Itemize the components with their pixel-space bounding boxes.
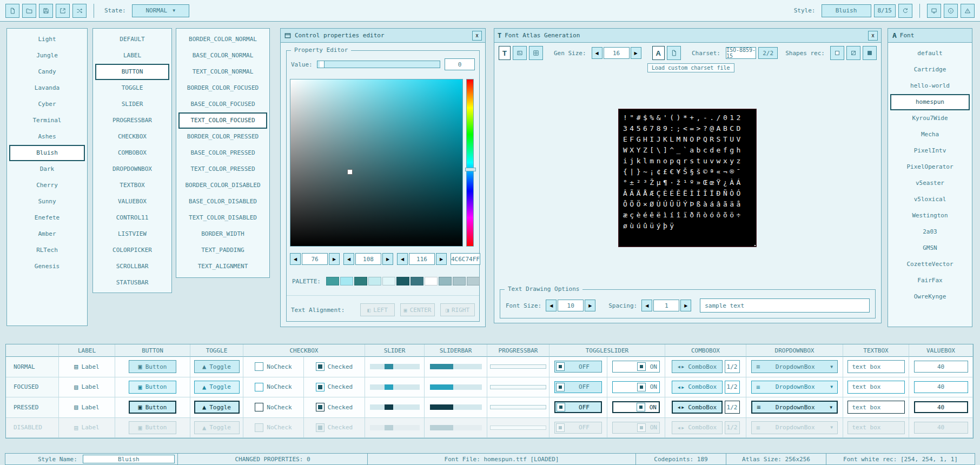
style-list-item[interactable]: Genesis bbox=[9, 258, 85, 275]
preview-dropdownbox[interactable]: ≡DropdownBox▼ bbox=[746, 397, 843, 418]
style-combobox[interactable]: Bluish bbox=[822, 4, 871, 17]
checkbox-box[interactable] bbox=[255, 403, 263, 411]
preview-checkbox-checked[interactable]: Checked bbox=[304, 397, 365, 418]
style-list-item[interactable]: Lavanda bbox=[9, 80, 85, 96]
toggle-knob[interactable] bbox=[557, 403, 565, 411]
font-list-item[interactable]: Cartridge bbox=[890, 62, 970, 78]
slider-handle[interactable] bbox=[385, 384, 393, 390]
font-list-item[interactable]: Kyrou7Wide bbox=[890, 110, 970, 127]
save-file-button[interactable] bbox=[39, 4, 53, 18]
palette-color-swatch[interactable] bbox=[340, 277, 353, 285]
dropdownbox-widget[interactable]: ≡DropdownBox▼ bbox=[751, 381, 838, 394]
slider-widget[interactable] bbox=[370, 364, 420, 369]
slider-handle[interactable] bbox=[385, 404, 393, 410]
open-file-button[interactable] bbox=[22, 4, 36, 18]
combobox-widget[interactable]: ◂▸ComboBox bbox=[672, 381, 723, 394]
checkbox-box[interactable] bbox=[255, 383, 263, 391]
font-white-rec-toggle[interactable]: A bbox=[652, 46, 665, 60]
font-size-value[interactable]: 10 bbox=[558, 300, 584, 311]
font-atlas-image[interactable]: !"#$%&'()*+,-./0123456789:;<=>?@ABCDEFGH… bbox=[618, 109, 757, 247]
spinner-increment-button[interactable]: ▶ bbox=[680, 300, 691, 311]
control-list-item[interactable]: CHECKBOX bbox=[95, 129, 169, 145]
control-list-item[interactable]: DROPDOWNBOX bbox=[95, 161, 169, 177]
control-list-item[interactable]: PROGRESSBAR bbox=[95, 112, 169, 129]
screen-mode-button[interactable] bbox=[927, 4, 941, 18]
palette-color-swatch[interactable] bbox=[368, 277, 381, 285]
color-picker-panel[interactable] bbox=[290, 79, 463, 247]
textbox-widget[interactable]: text box bbox=[847, 360, 905, 373]
state-dropdown[interactable]: NORMAL ▼ bbox=[132, 4, 189, 17]
gen-size-value[interactable]: 16 bbox=[604, 47, 630, 59]
palette-color-swatch[interactable] bbox=[382, 277, 395, 285]
preview-dropdownbox[interactable]: ≡DropdownBox▼ bbox=[746, 377, 843, 398]
preview-toggleslider-off[interactable]: OFF bbox=[549, 357, 607, 377]
preview-combobox[interactable]: ◂▸ComboBox1/2 bbox=[665, 377, 746, 398]
font-list-item[interactable]: Mecha bbox=[890, 127, 970, 143]
control-list-item[interactable]: TOGGLE bbox=[95, 80, 169, 96]
preview-combobox[interactable]: ◂▸ComboBox1/2 bbox=[665, 397, 746, 418]
property-list-item[interactable]: BORDER_COLOR_FOCUSED bbox=[178, 80, 267, 96]
palette-color-swatch[interactable] bbox=[439, 277, 452, 285]
control-list-item[interactable]: CONTROL11 bbox=[95, 210, 169, 226]
preview-valuebox[interactable]: 40 bbox=[909, 357, 973, 377]
preview-valuebox[interactable]: 40 bbox=[909, 397, 973, 418]
control-list-item[interactable]: DEFAULT bbox=[95, 31, 169, 48]
preview-checkbox-unchecked[interactable]: NoCheck bbox=[243, 357, 304, 377]
style-list-item[interactable]: Cyber bbox=[9, 96, 85, 112]
spinner-increment-button[interactable]: ▶ bbox=[436, 253, 447, 265]
toggle-knob[interactable] bbox=[637, 403, 645, 411]
properties-editor-titlebar[interactable]: Control properties editor x bbox=[281, 29, 485, 43]
charset-textbox[interactable]: ISO-8859-15 bbox=[726, 47, 756, 59]
control-list-item[interactable]: STATUSBAR bbox=[95, 275, 169, 291]
preview-button[interactable]: ▣Button bbox=[115, 377, 190, 398]
dropdownbox-widget[interactable]: ≡DropdownBox▼ bbox=[751, 401, 838, 414]
style-list-item[interactable]: Sunny bbox=[9, 194, 85, 210]
font-list-item[interactable]: PixelIntv bbox=[890, 143, 970, 159]
slider-handle[interactable] bbox=[385, 364, 393, 369]
style-list-item[interactable]: Amber bbox=[9, 226, 85, 242]
font-list-item[interactable]: GMSN bbox=[890, 240, 970, 256]
font-list-item[interactable]: default bbox=[890, 45, 970, 62]
preview-sliderbar[interactable] bbox=[425, 397, 487, 418]
sliderbar-widget[interactable] bbox=[430, 384, 482, 390]
button-widget[interactable]: ▣Button bbox=[129, 381, 176, 394]
toggle-widget[interactable]: ▲Toggle bbox=[194, 360, 240, 373]
color-picker-cursor[interactable] bbox=[347, 169, 353, 175]
checkbox-box[interactable] bbox=[255, 362, 263, 371]
textbox-widget[interactable]: text box bbox=[847, 381, 905, 394]
preview-slider[interactable] bbox=[365, 377, 425, 398]
property-list-item[interactable]: BASE_COLOR_FOCUSED bbox=[178, 96, 267, 112]
hex-color-textbox[interactable]: 4C6C74FF bbox=[451, 253, 480, 265]
shapes-rec-fill-button[interactable] bbox=[863, 46, 877, 60]
export-file-button[interactable] bbox=[56, 4, 70, 18]
combobox-widget[interactable]: ◂▸ComboBox bbox=[672, 401, 723, 414]
valuebox-widget[interactable]: 40 bbox=[914, 401, 968, 413]
value-slider-handle[interactable] bbox=[320, 61, 325, 68]
palette-color-swatch[interactable] bbox=[396, 277, 409, 285]
palette-color-swatch[interactable] bbox=[425, 277, 438, 285]
sliderbar-widget[interactable] bbox=[430, 404, 482, 410]
style-list-item[interactable]: Terminal bbox=[9, 112, 85, 129]
preview-textbox[interactable]: text box bbox=[843, 357, 909, 377]
blue-value[interactable]: 116 bbox=[409, 253, 435, 265]
button-widget[interactable]: ▣Button bbox=[129, 360, 176, 373]
preview-textbox[interactable]: text box bbox=[843, 397, 909, 418]
property-list-item[interactable]: BORDER_WIDTH bbox=[178, 226, 267, 242]
control-list-item[interactable]: TEXTBOX bbox=[95, 177, 169, 194]
spinner-decrement-button[interactable]: ◀ bbox=[397, 253, 408, 265]
preview-toggle[interactable]: ▲Toggle bbox=[190, 397, 243, 418]
new-file-button[interactable] bbox=[5, 4, 19, 18]
toggleslider-on-widget[interactable]: ON bbox=[612, 361, 660, 373]
toggle-widget[interactable]: ▲Toggle bbox=[194, 381, 240, 394]
preview-checkbox-unchecked[interactable]: NoCheck bbox=[243, 397, 304, 418]
preview-toggle[interactable]: ▲Toggle bbox=[190, 357, 243, 377]
preview-slider[interactable] bbox=[365, 357, 425, 377]
reload-style-button[interactable] bbox=[898, 4, 912, 18]
style-list-item[interactable]: RLTech bbox=[9, 242, 85, 258]
spinner-decrement-button[interactable]: ◀ bbox=[343, 253, 354, 265]
control-list-item[interactable]: COMBOBOX bbox=[95, 145, 169, 161]
toggle-knob[interactable] bbox=[556, 362, 565, 371]
close-button[interactable]: x bbox=[868, 31, 878, 41]
style-list-item[interactable]: Cherry bbox=[9, 177, 85, 194]
value-slider[interactable] bbox=[317, 61, 440, 68]
